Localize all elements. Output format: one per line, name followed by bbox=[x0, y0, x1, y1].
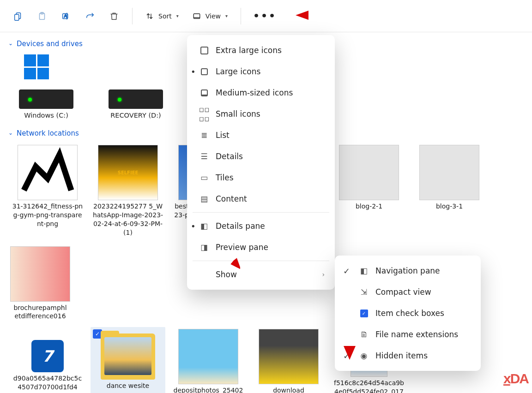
menu-item-content[interactable]: ▤Content bbox=[187, 188, 335, 209]
annotation-arrow bbox=[296, 8, 356, 22]
menu-item-small[interactable]: ▫▫▫▫Small icons bbox=[187, 103, 335, 125]
drive-d-icon bbox=[108, 54, 163, 109]
devices-label: Devices and drives bbox=[17, 40, 83, 48]
check-icon: ✓ bbox=[343, 266, 350, 276]
windows-logo-icon bbox=[24, 54, 49, 79]
medium-icon bbox=[199, 89, 209, 96]
drive-d[interactable]: RECOVERY (D:) bbox=[103, 54, 168, 119]
large-icon bbox=[199, 68, 209, 75]
menu-item-navigation-pane[interactable]: ✓◧Navigation pane bbox=[335, 260, 481, 281]
thumbnail: SELFIEE bbox=[98, 145, 158, 200]
share-icon[interactable] bbox=[79, 6, 101, 26]
thumbnail: 7 bbox=[31, 340, 64, 372]
sort-icon bbox=[145, 12, 154, 20]
details-icon: ☰ bbox=[199, 152, 209, 161]
file-item[interactable]: depositphotos_25402231-stock-photo-happy… bbox=[171, 327, 246, 393]
file-item[interactable]: 7d90a0565a4782bc5c4507d70700d1fd4 bbox=[10, 327, 85, 393]
checkbox-icon bbox=[359, 310, 369, 317]
extra-large-icon bbox=[199, 47, 209, 54]
file-item[interactable]: brochurepamphletdifference016 bbox=[10, 244, 70, 323]
thumbnail bbox=[178, 329, 238, 384]
drive-c-icon bbox=[18, 54, 74, 109]
chevron-down-icon: ⌄ bbox=[8, 40, 13, 47]
chevron-down-icon: ⌄ bbox=[8, 130, 13, 136]
menu-item-list[interactable]: ≣List bbox=[187, 125, 335, 146]
view-dropdown[interactable]: View ▾ bbox=[187, 6, 233, 26]
folder-thumbnail bbox=[98, 329, 158, 380]
annotation-arrow bbox=[189, 224, 240, 270]
file-item[interactable]: SELFIEE2023224195277 5_WhatsApp-Image-20… bbox=[91, 143, 165, 239]
network-label: Network locations bbox=[17, 129, 79, 137]
menu-item-details[interactable]: ☰Details bbox=[187, 146, 335, 167]
menu-item-medium[interactable]: Medium-sized icons bbox=[187, 82, 335, 103]
thumbnail bbox=[259, 329, 319, 384]
sort-label: Sort bbox=[158, 12, 172, 20]
view-label: View bbox=[206, 12, 221, 20]
thumbnail bbox=[419, 145, 479, 200]
sort-dropdown[interactable]: Sort ▾ bbox=[140, 6, 184, 26]
menu-item-large[interactable]: •Large icons bbox=[187, 61, 335, 82]
more-button[interactable]: ••• bbox=[248, 6, 281, 26]
chevron-right-icon: › bbox=[322, 271, 325, 278]
svg-text:A: A bbox=[64, 13, 67, 18]
folder-item-selected[interactable]: ✓ dance wesite bbox=[91, 327, 165, 393]
copy-icon[interactable] bbox=[7, 6, 29, 26]
view-icon bbox=[193, 12, 201, 20]
navigation-pane-icon: ◧ bbox=[359, 266, 369, 275]
menu-item-extra-large[interactable]: Extra large icons bbox=[187, 40, 335, 61]
thumbnail bbox=[339, 145, 399, 200]
file-item[interactable]: blog-3-1 bbox=[412, 143, 487, 239]
svg-rect-1 bbox=[15, 14, 19, 20]
file-item[interactable]: 31-312642_fitness-png-gym-png-transparen… bbox=[10, 143, 85, 239]
thumbnail bbox=[18, 145, 78, 200]
small-icon: ▫▫▫▫ bbox=[199, 105, 209, 123]
separator bbox=[132, 8, 133, 24]
menu-separator bbox=[193, 212, 329, 213]
file-item[interactable]: download bbox=[251, 327, 326, 393]
thumbnail bbox=[10, 246, 70, 302]
content-icon: ▤ bbox=[199, 194, 209, 203]
watermark: xDA bbox=[503, 371, 528, 387]
separator bbox=[241, 8, 241, 24]
file-item[interactable]: blog-2-1 bbox=[332, 143, 406, 239]
menu-item-tiles[interactable]: ▭Tiles bbox=[187, 167, 335, 188]
delete-icon[interactable] bbox=[103, 6, 125, 26]
compact-icon: ⇲ bbox=[359, 287, 369, 297]
toolbar: A Sort ▾ View ▾ ••• bbox=[0, 0, 532, 32]
paste-icon[interactable] bbox=[31, 6, 53, 26]
drive-c-label: Windows (C:) bbox=[24, 112, 68, 119]
chevron-down-icon: ▾ bbox=[225, 13, 228, 18]
drive-c[interactable]: Windows (C:) bbox=[14, 54, 79, 119]
chevron-down-icon: ▾ bbox=[176, 13, 179, 18]
tiles-icon: ▭ bbox=[199, 173, 209, 182]
file-icon: 🗎 bbox=[359, 330, 369, 339]
hidden-icon: ◉ bbox=[359, 351, 369, 360]
list-icon: ≣ bbox=[199, 131, 209, 140]
drive-d-label: RECOVERY (D:) bbox=[110, 112, 161, 119]
rename-icon[interactable]: A bbox=[55, 6, 77, 26]
annotation-arrow bbox=[342, 281, 357, 360]
